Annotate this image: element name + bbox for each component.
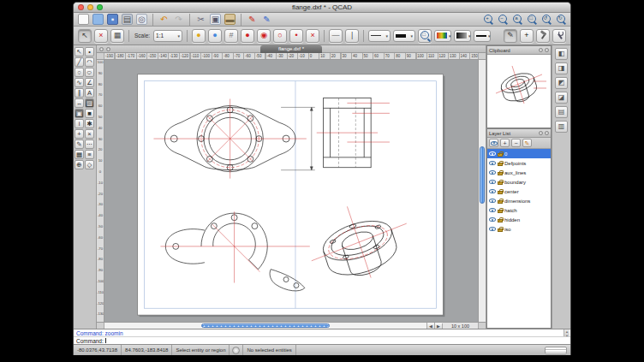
polyline-tool-button[interactable]: ∠	[85, 78, 94, 87]
layer-lock-icon[interactable]	[498, 181, 503, 185]
dimension-tool-button[interactable]: ↔	[75, 98, 84, 108]
snap-auto-button[interactable]: ●	[192, 29, 206, 43]
tab-prev-button[interactable]	[99, 47, 104, 51]
scroll-right-button[interactable]: ▶	[434, 323, 442, 329]
print-preview-icon[interactable]: ◎	[136, 14, 147, 25]
snap-intersection-button[interactable]: ×	[306, 29, 319, 43]
zoom-button[interactable]	[97, 4, 103, 10]
block-tool-button[interactable]: ■	[85, 109, 94, 118]
block-list-toggle-button[interactable]: ◩	[555, 77, 568, 89]
layer-visibility-icon[interactable]	[489, 199, 496, 203]
wrench-tool-button[interactable]	[552, 29, 566, 43]
title-bar[interactable]: flange.dxf * - QCAD	[74, 3, 570, 13]
command-input[interactable]: Command:	[74, 336, 570, 344]
deselect-button[interactable]: ×	[94, 29, 108, 43]
redraw-icon[interactable]: ↻	[555, 14, 566, 25]
cut-icon[interactable]: ✂	[195, 14, 206, 25]
layer-row[interactable]: Defpoints	[487, 158, 551, 168]
library-browser-toggle-button[interactable]: ◨	[555, 62, 568, 74]
auto-zoom-icon[interactable]: a	[511, 14, 522, 25]
selection-tool-button[interactable]: ↖	[75, 47, 84, 56]
edit-layer-button[interactable]: ✎	[522, 139, 532, 147]
point-tool-button[interactable]: •	[85, 47, 94, 56]
layer-lock-icon[interactable]	[498, 172, 503, 175]
command-scrollbar[interactable]: ▲▼	[564, 329, 569, 336]
drawing-canvas[interactable]	[104, 60, 478, 322]
close-button[interactable]	[78, 4, 84, 10]
layer-close-button[interactable]	[545, 131, 549, 135]
select-button[interactable]: ↖	[78, 29, 92, 43]
layer-lock-icon[interactable]	[498, 191, 503, 194]
text-tool-button[interactable]: A	[85, 88, 94, 98]
print-icon[interactable]: ▤	[122, 14, 133, 25]
snap-center-button[interactable]: ○	[273, 29, 287, 43]
layer-panel-header[interactable]: Layer List	[487, 129, 551, 138]
ellipse-tool-button[interactable]: ○	[85, 68, 94, 77]
layer-lock-icon[interactable]	[498, 219, 503, 223]
zoom-in-icon[interactable]: +	[482, 14, 493, 25]
line-tool-button[interactable]: ╱	[75, 57, 84, 67]
pen-combo[interactable]: ▾	[474, 30, 491, 42]
arc-tool-button[interactable]: ◠	[85, 57, 94, 67]
snap-on-entity-button[interactable]: ◉	[257, 29, 271, 43]
edit-tool-button[interactable]: ✎	[75, 139, 84, 149]
undo-icon[interactable]: ↶	[158, 14, 170, 25]
layer-visibility-icon[interactable]	[489, 217, 496, 222]
copy-icon[interactable]: ▣	[210, 14, 221, 25]
layer-visibility-icon[interactable]	[489, 170, 496, 175]
horizontal-scrollbar-thumb[interactable]	[201, 323, 330, 328]
delete-tool-button[interactable]: ×	[85, 129, 94, 139]
snap-free-button[interactable]: ●	[208, 29, 222, 43]
scale-combo[interactable]: 1:1▾	[153, 30, 182, 42]
color-combo[interactable]: ▾	[434, 30, 451, 42]
layer-visibility-icon[interactable]	[489, 227, 496, 231]
layer-row[interactable]: hidden	[487, 215, 551, 224]
open-file-icon[interactable]	[92, 14, 104, 25]
layer-row[interactable]: boundary	[487, 177, 551, 187]
snap-menu-tool-button[interactable]: ⊕	[75, 160, 84, 169]
remove-layer-button[interactable]: −	[511, 139, 521, 147]
layer-detach-button[interactable]	[539, 131, 543, 135]
misc-tool-button[interactable]: ⋯	[85, 139, 94, 149]
document-tab[interactable]: flange.dxf *	[260, 45, 322, 53]
zoom-window-icon[interactable]: □	[526, 14, 537, 25]
command-line-toggle-button[interactable]: ▤	[555, 106, 568, 118]
clipboard-close-button[interactable]	[545, 48, 549, 52]
tab-next-button[interactable]	[106, 47, 110, 51]
clipboard-toggle-button[interactable]: ▥	[555, 121, 568, 133]
paste-icon[interactable]: ▬	[224, 14, 236, 25]
library-tool-button[interactable]: ▦	[75, 150, 84, 159]
add-layer-button[interactable]: +	[500, 139, 510, 147]
zoom-out-icon[interactable]: −	[497, 14, 508, 25]
zoom-selection-button[interactable]: □	[418, 29, 432, 43]
spline-tool-button[interactable]: ∿	[75, 78, 84, 87]
select-all-button[interactable]: ▦	[110, 29, 124, 43]
status-menu-button[interactable]	[232, 347, 240, 354]
layer-lock-icon[interactable]	[498, 228, 503, 232]
circle-tool-button[interactable]: ○	[75, 68, 84, 77]
scroll-left-button[interactable]: ◀	[426, 323, 434, 329]
new-file-icon[interactable]	[78, 14, 89, 25]
layer-row[interactable]: center	[487, 187, 551, 196]
restrict-vertical-button[interactable]: |	[345, 29, 359, 43]
layer-lock-icon[interactable]	[498, 163, 503, 166]
offset-tool-button[interactable]: ∥	[75, 88, 84, 98]
info-tool-button[interactable]: i	[75, 119, 84, 128]
layer-visibility-icon[interactable]	[489, 189, 496, 193]
property-editor-toggle-button[interactable]: ◧	[555, 48, 568, 60]
restrict-horizontal-button[interactable]: —	[329, 29, 343, 43]
width-combo[interactable]: ▾	[454, 30, 471, 42]
snap-endpoint-button[interactable]: ●	[241, 29, 254, 43]
clipboard-panel-header[interactable]: Clipboard	[487, 46, 551, 55]
layer-row[interactable]: hatch	[487, 205, 551, 215]
clipboard-detach-button[interactable]	[539, 48, 543, 52]
vertical-scrollbar[interactable]	[478, 60, 486, 322]
image-tool-button[interactable]: ▣	[75, 109, 84, 118]
layer-visibility-icon[interactable]	[489, 208, 496, 212]
snap-grid-button[interactable]: #	[224, 29, 238, 43]
layer-visibility-icon[interactable]	[489, 161, 496, 165]
layer-row[interactable]: dimensions	[487, 196, 551, 205]
layer-visibility-icon[interactable]	[489, 180, 496, 184]
projection-tool-button[interactable]: ◇	[85, 160, 94, 169]
edit-properties-button[interactable]: ✎	[504, 29, 517, 43]
